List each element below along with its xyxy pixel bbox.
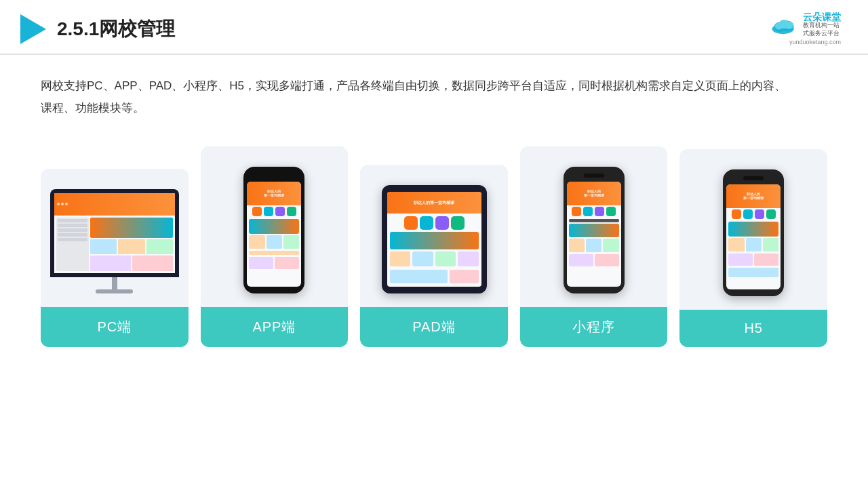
tablet-card [412,251,433,266]
sidebar-item [58,219,87,222]
sidebar-item [58,224,87,227]
sidebar-item [58,238,87,241]
phone-icon [572,207,581,216]
phone-card [763,238,778,251]
monitor-body [50,189,179,277]
phone-banner-mini [569,224,619,237]
screen-card [118,239,144,254]
phone-card [267,235,282,249]
phone-mockup-app: 职达人的第一堂均精课 [243,167,304,293]
phone-screen-header-h5: 职达人的第一堂均精课 [726,184,781,208]
screen-cards-2 [90,256,173,270]
mini-label [569,219,619,222]
pc-mockup [50,189,179,293]
page-title: 2.5.1网校管理 [57,16,175,42]
logo-container: 云朵课堂 教育机构一站式服务云平台 yunduoketang.com [769,12,841,45]
phone-card [249,235,264,249]
monitor-screen [54,193,175,273]
screen-banner [90,218,173,238]
pad-card: 职达人的第一堂均精课 [360,165,508,347]
tablet-screen-body [387,214,481,286]
tablet-extra [390,270,479,283]
phone-screen-h5: 职达人的第一堂均精课 [726,184,781,289]
h5-card-label: H5 [679,310,827,347]
phone-icon-grid [247,205,301,218]
tablet-icon [404,216,418,230]
mini-extra [569,254,619,266]
tablet-banner [390,232,479,249]
tablet-icon [420,216,433,230]
miniapp-card-label: 小程序 [520,307,668,347]
tablet-card [435,251,456,266]
phone-icon [766,209,776,219]
monitor-screen-top [54,193,175,216]
logo-brand-text: 云朵课堂 教育机构一站式服务云平台 [803,12,841,37]
phone-extra-cards [249,257,299,269]
tablet-card-extra [450,270,479,283]
phone-icon-grid-h5 [726,208,781,220]
phone-notch [264,174,284,178]
screen-cards [90,239,173,254]
pc-card: PC端 [41,169,189,347]
phone-screen: 职达人的第一堂均精课 [247,182,301,287]
phone-cards-mini [569,239,619,252]
h5-card [728,253,753,266]
mini-card [595,254,619,266]
pad-card-label: PAD端 [360,307,508,347]
app-image-area: 职达人的第一堂均精课 [201,146,349,307]
pc-card-label: PC端 [41,307,189,347]
phone-icon [606,207,616,216]
phone-cards [249,235,299,249]
phone-icon [275,207,285,216]
phone-card [569,239,585,252]
header-left: 2.5.1网校管理 [20,14,175,44]
tablet-icon [451,216,465,230]
screen-main [90,218,173,271]
monitor-screen-body [54,216,175,273]
phone-card-extra [249,257,273,269]
screen-card [90,239,117,254]
logo-slogan: 教育机构一站式服务云平台 [803,22,841,37]
phone-header-text: 职达人的第一堂均精课 [264,189,284,198]
phone-banner [249,219,299,234]
screen-sidebar [56,218,89,271]
page-header: 2.5.1网校管理 云朵课堂 教育机构一站式服务云平台 yunduoketang… [0,0,868,55]
phone-cards-h5 [728,238,778,251]
h5-card: 职达人的第一堂均精课 [679,149,827,347]
phone-row-extra [249,251,299,255]
tablet-mockup: 职达人的第一堂均精课 [382,185,487,293]
monitor-base [96,289,133,293]
phone-mockup-mini: 职达人的第一堂均精课 [564,167,625,293]
logo-row: 云朵课堂 教育机构一站式服务云平台 [769,12,841,37]
miniapp-image-area: 职达人的第一堂均精课 [520,146,668,307]
h5-card [754,253,778,266]
pad-image-area: 职达人的第一堂均精课 [360,165,508,307]
app-card-label: APP端 [201,307,349,347]
phone-card-extra [275,257,299,269]
phone-icon [287,207,296,216]
h5-bottom-bar [728,268,778,277]
phone-header-text-mini: 职达人的第一堂均精课 [584,189,604,198]
sidebar-item [58,233,87,237]
monitor-stand [112,277,117,289]
tablet-card [390,251,411,266]
h5-image-area: 职达人的第一堂均精课 [679,149,827,310]
mini-card [569,254,593,266]
tablet-screen-header: 职达人的第一堂均精课 [387,192,481,214]
phone-icon [583,207,593,216]
phone-screen-mini: 职达人的第一堂均精课 [567,182,621,287]
phone-icon-grid-mini [567,205,621,218]
sidebar-item [58,228,87,232]
screen-card [132,256,173,270]
phone-banner-h5 [728,222,778,237]
tablet-icon-row [390,216,479,230]
phone-card [586,239,601,252]
description-text: 网校支持PC、APP、PAD、小程序、H5，实现多端打通，产品各终端自由切换，数… [41,75,787,119]
phone-card [283,235,299,249]
screen-card [90,256,131,270]
logo-brand-name: 云朵课堂 [803,12,841,22]
phone-card [603,239,618,252]
tablet-header-text: 职达人的第一堂均精课 [414,200,454,205]
phone-card [746,238,762,251]
cards-container: PC端 职达人的第一堂均精课 [41,146,827,347]
